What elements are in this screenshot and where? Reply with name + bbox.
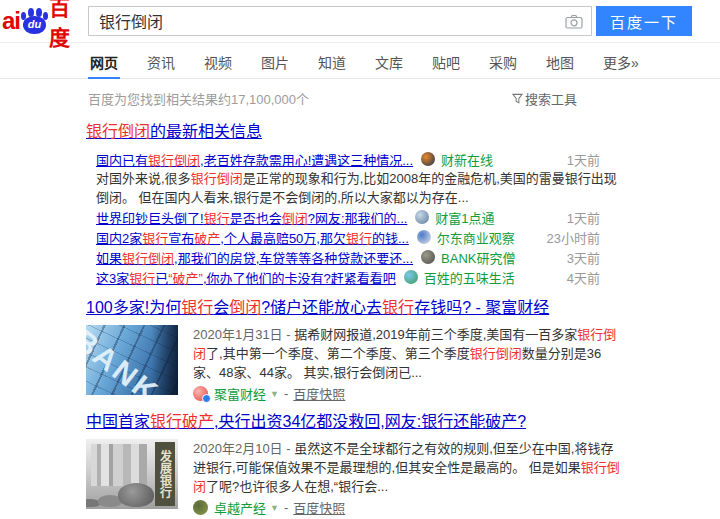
- keyword-highlight: 银行倒闭: [470, 346, 522, 361]
- tab-map[interactable]: 地图: [544, 43, 576, 79]
- result-description: 2020年1月31日 - 据希财网报道,2019年前三个季度,美国有一百多家银行…: [193, 325, 621, 382]
- result-description: 2020年2月10日 - 虽然这不是全球都行之有效的规则,但至少在中国,将钱存进…: [193, 439, 621, 496]
- text-segment: 100多家!为何: [86, 299, 181, 316]
- search-tools[interactable]: 搜索工具: [512, 89, 577, 108]
- tab-more[interactable]: 更多»: [601, 43, 641, 79]
- keyword-highlight: 银行倒闭: [122, 251, 174, 266]
- text-segment: ,那我们的房贷,车贷等等各种贷款还要还...: [174, 251, 413, 266]
- baidu-logo[interactable]: ai du 百度: [2, 0, 86, 51]
- news-item-link[interactable]: 这3家银行已“破产”,你办了他们的卡没有?赶紧看看吧: [96, 268, 396, 287]
- keyword-highlight: 破产: [194, 231, 220, 246]
- text-segment: 世界印钞巨头倒了!: [96, 211, 204, 226]
- source-favicon: [421, 250, 435, 264]
- news-time: 4天前: [567, 268, 600, 287]
- result-source-name[interactable]: 聚富财经: [214, 384, 266, 403]
- search-result: 100多家!为何银行会倒闭?储户还能放心去银行存钱吗? - 聚富财经BANK20…: [86, 297, 626, 401]
- tab-video[interactable]: 视频: [202, 43, 234, 79]
- baidu-cache-link[interactable]: 百度快照: [293, 498, 345, 517]
- news-time: 1天前: [567, 150, 600, 169]
- text-segment: ,央行出资34亿都没救回,网友:银行还能破产?: [214, 413, 526, 430]
- result-thumbnail-bank-blue[interactable]: BANK: [86, 325, 178, 395]
- results-column: 银行倒闭的最新相关信息 国内已有银行倒闭,老百姓存款需用心!遭遇这三种情况...…: [86, 122, 626, 515]
- search-tools-label: 搜索工具: [525, 89, 577, 108]
- text-segment: 如果: [96, 251, 122, 266]
- nav-tabs: 网页资讯视频图片知道文库贴吧采购地图更多»: [0, 43, 720, 79]
- search-button[interactable]: 百度一下: [596, 6, 692, 36]
- text-segment: 已: [155, 271, 168, 286]
- organic-results: 100多家!为何银行会倒闭?储户还能放心去银行存钱吗? - 聚富财经BANK20…: [86, 297, 626, 515]
- result-content: 2020年2月10日 - 虽然这不是全球都行之有效的规则,但至少在中国,将钱存进…: [193, 439, 626, 515]
- search-result: 中国首家银行破产,央行出资34亿都没救回,网友:银行还能破产?发展银行2020年…: [86, 411, 626, 515]
- news-source[interactable]: 财新在线: [441, 150, 493, 169]
- result-source-line: 卓越产经▼-百度快照: [193, 499, 626, 515]
- news-time: 23小时前: [547, 228, 600, 247]
- separator: -: [284, 500, 288, 515]
- keyword-highlight: 银行: [382, 299, 414, 316]
- source-favicon: [193, 500, 208, 515]
- result-title: 100多家!为何银行会倒闭?储户还能放心去银行存钱吗? - 聚富财经: [86, 297, 626, 319]
- tab-image[interactable]: 图片: [259, 43, 291, 79]
- news-item-link[interactable]: 如果银行倒闭,那我们的房贷,车贷等等各种贷款还要还...: [96, 248, 413, 267]
- result-title-link[interactable]: 100多家!为何银行会倒闭?储户还能放心去银行存钱吗? - 聚富财经: [86, 299, 549, 316]
- keyword-highlight: 倒闭: [282, 211, 308, 226]
- news-item-link[interactable]: 世界印钞巨头倒了!银行是否也会倒闭?网友:那我们的...: [96, 208, 407, 227]
- keyword-highlight: 倒闭: [229, 299, 261, 316]
- text-segment: 国内已有: [96, 153, 148, 168]
- source-favicon: [404, 270, 418, 284]
- source-favicon: [417, 230, 431, 244]
- keyword-highlight: “破产”: [168, 271, 203, 286]
- funnel-icon: [512, 93, 523, 104]
- result-body: 发展银行2020年2月10日 - 虽然这不是全球都行之有效的规则,但至少在中国,…: [86, 439, 626, 515]
- source-favicon: [421, 152, 435, 166]
- result-thumbnail-old-bank[interactable]: 发展银行: [86, 439, 178, 509]
- keyword-highlight: 银行倒闭: [148, 153, 200, 168]
- camera-icon[interactable]: [565, 14, 583, 29]
- text-segment: 是否也会: [230, 211, 282, 226]
- news-item: 国内2家银行宣布破产,个人最高赔50万,那欠银行的钱...尔东商业观察23小时前: [96, 227, 600, 247]
- tab-news[interactable]: 资讯: [145, 43, 177, 79]
- tab-tieba[interactable]: 贴吧: [430, 43, 462, 79]
- news-source[interactable]: 百姓的五味生活: [424, 268, 515, 287]
- results-count: 百度为您找到相关结果约17,100,000个: [88, 92, 309, 107]
- text-segment: 宣布: [168, 231, 194, 246]
- keyword-highlight: 银行倒闭: [86, 123, 150, 140]
- tab-wenku[interactable]: 文库: [373, 43, 405, 79]
- text-segment: 这3家: [96, 271, 129, 286]
- text-segment: 会: [213, 299, 229, 316]
- logo-text-ai: ai: [2, 7, 20, 35]
- result-source-name[interactable]: 卓越产经: [214, 498, 266, 517]
- search-box: [88, 6, 592, 36]
- thumbnail-text: 发展银行: [155, 442, 175, 506]
- news-item-link[interactable]: 国内已有银行倒闭,老百姓存款需用心!遭遇这三种情况...: [96, 150, 413, 169]
- chevron-down-icon[interactable]: ▼: [270, 503, 279, 513]
- news-time: 3天前: [567, 248, 600, 267]
- text-segment: 了,其中第一个季度、第二个季度、第三个季度: [206, 346, 470, 361]
- text-segment: ,你办了他们的卡没有?赶紧看看吧: [203, 271, 396, 286]
- chevron-down-icon[interactable]: ▼: [270, 389, 279, 399]
- result-source-line: 聚富财经▼-百度快照: [193, 385, 626, 401]
- tab-zhidao[interactable]: 知道: [316, 43, 348, 79]
- keyword-highlight: 银行: [181, 299, 213, 316]
- result-title-link[interactable]: 中国首家银行破产,央行出资34亿都没救回,网友:银行还能破产?: [86, 413, 526, 430]
- logo-text-du: du: [21, 18, 48, 30]
- text-segment: 对国外来说,很多: [96, 171, 191, 186]
- news-list: 国内已有银行倒闭,老百姓存款需用心!遭遇这三种情况...财新在线1天前对国外来说…: [96, 149, 600, 287]
- baidu-cache-link[interactable]: 百度快照: [293, 384, 345, 403]
- keyword-highlight: 银行: [129, 271, 155, 286]
- news-source[interactable]: 尔东商业观察: [437, 228, 515, 247]
- news-source[interactable]: 财富1点通: [435, 208, 494, 227]
- news-item-link[interactable]: 国内2家银行宣布破产,个人最高赔50万,那欠银行的钱...: [96, 228, 409, 247]
- tab-purchase[interactable]: 采购: [487, 43, 519, 79]
- news-item: 世界印钞巨头倒了!银行是否也会倒闭?网友:那我们的...财富1点通1天前: [96, 207, 600, 227]
- tab-web[interactable]: 网页: [88, 43, 120, 79]
- news-block-title-link[interactable]: 银行倒闭的最新相关信息: [86, 123, 262, 140]
- source-favicon: [193, 386, 208, 401]
- result-title: 中国首家银行破产,央行出资34亿都没救回,网友:银行还能破产?: [86, 411, 626, 433]
- news-item: 如果银行倒闭,那我们的房贷,车贷等等各种贷款还要还...BANK研究僧3天前: [96, 247, 600, 267]
- text-segment: 国内2家: [96, 231, 142, 246]
- keyword-highlight: 银行: [142, 231, 168, 246]
- text-segment: 存钱吗? - 聚富财经: [414, 299, 549, 316]
- search-input[interactable]: [89, 7, 591, 35]
- result-body: BANK2020年1月31日 - 据希财网报道,2019年前三个季度,美国有一百…: [86, 325, 626, 401]
- news-source[interactable]: BANK研究僧: [441, 248, 515, 267]
